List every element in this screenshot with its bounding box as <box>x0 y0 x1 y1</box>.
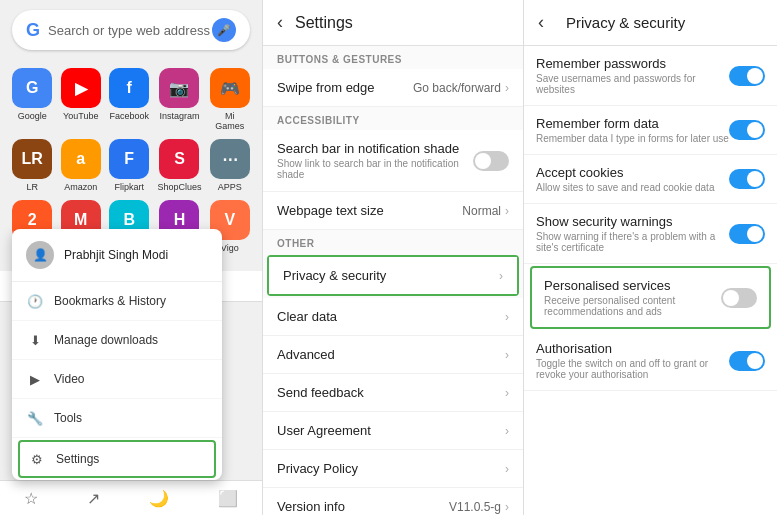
app-item-flipkart[interactable]: FFlipkart <box>109 139 149 192</box>
app-item-amazon[interactable]: aAmazon <box>60 139 101 192</box>
settings-clear-data[interactable]: Clear data › <box>263 298 523 336</box>
app-item-google[interactable]: GGoogle <box>12 68 52 131</box>
context-menu: 👤 Prabhjit Singh Modi 🕐 Bookmarks & Hist… <box>12 229 222 480</box>
security-warnings-subtitle: Show warning if there's a problem with a… <box>536 231 729 253</box>
remember-form-subtitle: Remember data I type in forms for later … <box>536 133 729 144</box>
settings-version-info[interactable]: Version info V11.0.5-g › <box>263 488 523 515</box>
remember-form-title: Remember form data <box>536 116 729 131</box>
menu-item-video[interactable]: ▶ Video <box>12 360 222 399</box>
chevron-icon: › <box>505 424 509 438</box>
version-value: V11.0.5-g <box>449 500 501 514</box>
section-buttons-gestures: BUTTONS & GESTURES <box>263 46 523 69</box>
mid-panel: ‹ Settings BUTTONS & GESTURES Swipe from… <box>262 0 524 515</box>
app-icon: 🎮 <box>210 68 250 108</box>
menu-item-bookmarks[interactable]: 🕐 Bookmarks & History <box>12 282 222 321</box>
personalised-services-highlighted: Personalised services Receive personalis… <box>530 266 771 329</box>
bookmarks-icon: 🕐 <box>26 292 44 310</box>
menu-header: 👤 Prabhjit Singh Modi <box>12 229 222 282</box>
app-item-apps[interactable]: ⋯APPS <box>210 139 251 192</box>
night-mode-icon[interactable]: 🌙 <box>149 489 169 508</box>
privacy-policy-title: Privacy Policy <box>277 461 505 476</box>
username: Prabhjit Singh Modi <box>64 248 168 262</box>
menu-item-tools[interactable]: 🔧 Tools <box>12 399 222 438</box>
settings-privacy-policy[interactable]: Privacy Policy › <box>263 450 523 488</box>
bottom-bar: ☆ ↗ 🌙 ⬜ <box>0 480 262 515</box>
video-icon: ▶ <box>26 370 44 388</box>
swipe-edge-value: Go back/forward <box>413 81 501 95</box>
avatar: 👤 <box>26 241 54 269</box>
remember-passwords-title: Remember passwords <box>536 56 729 71</box>
app-icon: 📷 <box>159 68 199 108</box>
settings-send-feedback[interactable]: Send feedback › <box>263 374 523 412</box>
settings-icon: ⚙ <box>28 450 46 468</box>
app-item-instagram[interactable]: 📷Instagram <box>157 68 201 131</box>
user-agreement-title: User Agreement <box>277 423 505 438</box>
privacy-panel-title: Privacy & security <box>566 14 685 31</box>
app-icon: LR <box>12 139 52 179</box>
tabs-icon[interactable]: ⬜ <box>218 489 238 508</box>
chevron-icon: › <box>505 204 509 218</box>
settings-advanced[interactable]: Advanced › <box>263 336 523 374</box>
app-label: Google <box>18 111 47 121</box>
chevron-icon: › <box>505 348 509 362</box>
text-size-value: Normal <box>462 204 501 218</box>
settings-privacy-security[interactable]: Privacy & security › <box>269 257 517 294</box>
menu-item-settings[interactable]: ⚙ Settings <box>18 440 216 478</box>
menu-item-bookmarks-label: Bookmarks & History <box>54 294 166 308</box>
app-item-shopclues[interactable]: SShopClues <box>157 139 201 192</box>
personalised-subtitle: Receive personalised content recommendat… <box>544 295 721 317</box>
menu-item-downloads-label: Manage downloads <box>54 333 158 347</box>
search-bar[interactable]: G Search or type web address 🎤 <box>12 10 250 50</box>
chevron-icon: › <box>505 500 509 514</box>
app-label: YouTube <box>63 111 98 121</box>
authorisation-subtitle: Toggle the switch on and off to grant or… <box>536 358 729 380</box>
remember-passwords-toggle[interactable] <box>729 66 765 86</box>
app-icon: ⋯ <box>210 139 250 179</box>
chevron-icon: › <box>505 81 509 95</box>
advanced-title: Advanced <box>277 347 505 362</box>
settings-user-agreement[interactable]: User Agreement › <box>263 412 523 450</box>
settings-webpage-text-size[interactable]: Webpage text size Normal › <box>263 192 523 230</box>
mic-icon[interactable]: 🎤 <box>212 18 236 42</box>
menu-item-video-label: Video <box>54 372 84 386</box>
swipe-edge-title: Swipe from edge <box>277 80 413 95</box>
app-label: Mi Games <box>210 111 251 131</box>
app-item-lr[interactable]: LRLR <box>12 139 52 192</box>
section-other: OTHER <box>263 230 523 253</box>
accept-cookies-subtitle: Allow sites to save and read cookie data <box>536 182 729 193</box>
settings-search-bar-shade[interactable]: Search bar in notification shade Show li… <box>263 130 523 192</box>
app-icon: S <box>159 139 199 179</box>
back-arrow-icon[interactable]: ‹ <box>277 12 283 33</box>
chevron-icon: › <box>505 310 509 324</box>
app-item-youtube[interactable]: ▶YouTube <box>60 68 101 131</box>
right-panel: ‹ Privacy & security Remember passwords … <box>524 0 777 515</box>
app-item-facebook[interactable]: fFacebook <box>109 68 149 131</box>
personalised-toggle[interactable] <box>721 288 757 308</box>
privacy-title: Privacy & security <box>283 268 499 283</box>
menu-item-downloads[interactable]: ⬇ Manage downloads <box>12 321 222 360</box>
authorisation-title: Authorisation <box>536 341 729 356</box>
accept-cookies-toggle[interactable] <box>729 169 765 189</box>
chevron-icon: › <box>505 386 509 400</box>
downloads-icon: ⬇ <box>26 331 44 349</box>
settings-swipe-from-edge[interactable]: Swipe from edge Go back/forward › <box>263 69 523 107</box>
app-label: ShopClues <box>157 182 201 192</box>
search-shade-toggle[interactable] <box>473 151 509 171</box>
app-label: APPS <box>218 182 242 192</box>
app-item-mi-games[interactable]: 🎮Mi Games <box>210 68 251 131</box>
back-arrow-right-icon[interactable]: ‹ <box>538 12 544 33</box>
search-shade-title: Search bar in notification shade <box>277 141 473 156</box>
bookmark-icon[interactable]: ☆ <box>24 489 38 508</box>
security-warnings-toggle[interactable] <box>729 224 765 244</box>
remember-form-toggle[interactable] <box>729 120 765 140</box>
app-label: Flipkart <box>114 182 144 192</box>
version-title: Version info <box>277 499 449 514</box>
menu-item-tools-label: Tools <box>54 411 82 425</box>
app-icon: F <box>109 139 149 179</box>
remember-passwords-subtitle: Save usernames and passwords for website… <box>536 73 729 95</box>
google-icon: G <box>26 20 40 41</box>
share-icon[interactable]: ↗ <box>87 489 100 508</box>
authorisation-toggle[interactable] <box>729 351 765 371</box>
tools-icon: 🔧 <box>26 409 44 427</box>
search-input[interactable]: Search or type web address <box>48 23 212 38</box>
